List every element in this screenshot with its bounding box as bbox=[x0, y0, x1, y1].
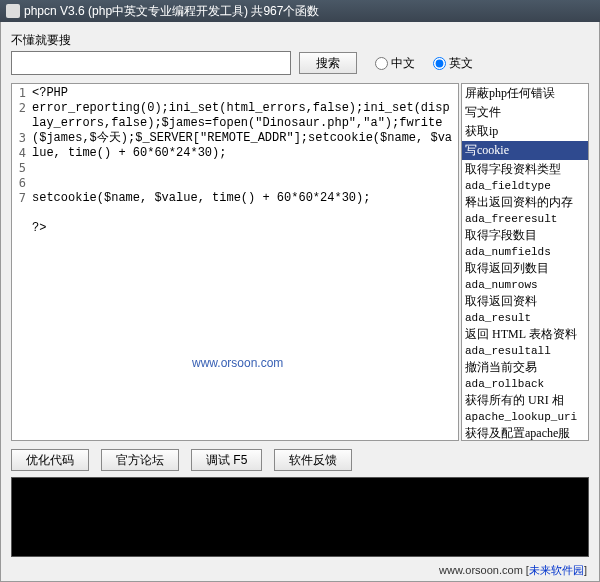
function-list-item[interactable]: ada_resultall bbox=[462, 344, 588, 358]
search-label: 不懂就要搜 bbox=[11, 32, 589, 49]
main-content: 不懂就要搜 搜索 中文 英文 12 34567 <?PHP error_repo… bbox=[0, 22, 600, 582]
function-list-item[interactable]: ada_numrows bbox=[462, 278, 588, 292]
code-watermark: www.orsoon.com bbox=[192, 356, 283, 370]
feedback-button[interactable]: 软件反馈 bbox=[274, 449, 352, 471]
radio-en-label: 英文 bbox=[449, 55, 473, 72]
code-editor[interactable]: <?PHP error_reporting(0);ini_set(html_er… bbox=[30, 84, 458, 440]
search-input[interactable] bbox=[11, 51, 291, 75]
function-list-item[interactable]: 写cookie bbox=[462, 141, 588, 160]
line-number: 4 bbox=[12, 146, 26, 161]
function-list-item[interactable]: 取得字段数目 bbox=[462, 226, 588, 245]
function-list-item[interactable]: ada_numfields bbox=[462, 245, 588, 259]
search-button[interactable]: 搜索 bbox=[299, 52, 357, 74]
function-list-item[interactable]: 获得及配置apache服 bbox=[462, 424, 588, 441]
function-list-item[interactable]: 写文件 bbox=[462, 103, 588, 122]
function-list-item[interactable]: 释出返回资料的内存 bbox=[462, 193, 588, 212]
function-list[interactable]: 屏蔽php任何错误写文件获取ip写cookie取得字段资料类型ada_field… bbox=[461, 83, 589, 441]
radio-en-input[interactable] bbox=[433, 57, 446, 70]
optimize-button[interactable]: 优化代码 bbox=[11, 449, 89, 471]
line-number: 3 bbox=[12, 131, 26, 146]
main-area: 12 34567 <?PHP error_reporting(0);ini_se… bbox=[11, 83, 589, 441]
console-output[interactable] bbox=[11, 477, 589, 557]
code-panel: 12 34567 <?PHP error_reporting(0);ini_se… bbox=[11, 83, 459, 441]
radio-en[interactable]: 英文 bbox=[433, 55, 473, 72]
forum-button[interactable]: 官方论坛 bbox=[101, 449, 179, 471]
debug-button[interactable]: 调试 F5 bbox=[191, 449, 262, 471]
line-number: 1 bbox=[12, 86, 26, 101]
function-list-item[interactable]: 取得返回资料 bbox=[462, 292, 588, 311]
app-icon bbox=[6, 4, 20, 18]
line-gutter: 12 34567 bbox=[12, 84, 30, 440]
function-list-item[interactable]: apache_lookup_uri bbox=[462, 410, 588, 424]
footer-watermark: www.orsoon.com [未来软件园] bbox=[439, 563, 587, 578]
language-radio-group: 中文 英文 bbox=[375, 55, 473, 72]
line-number: 7 bbox=[12, 191, 26, 206]
line-number: 2 bbox=[12, 101, 26, 116]
line-number: 6 bbox=[12, 176, 26, 191]
radio-cn-label: 中文 bbox=[391, 55, 415, 72]
radio-cn-input[interactable] bbox=[375, 57, 388, 70]
window-title: phpcn V3.6 (php中英文专业编程开发工具) 共967个函数 bbox=[24, 0, 594, 22]
titlebar: phpcn V3.6 (php中英文专业编程开发工具) 共967个函数 bbox=[0, 0, 600, 22]
function-list-item[interactable]: 取得字段资料类型 bbox=[462, 160, 588, 179]
function-list-item[interactable]: 获得所有的 URI 相 bbox=[462, 391, 588, 410]
function-list-item[interactable]: ada_fieldtype bbox=[462, 179, 588, 193]
function-list-item[interactable]: 取得返回列数目 bbox=[462, 259, 588, 278]
function-list-item[interactable]: 屏蔽php任何错误 bbox=[462, 84, 588, 103]
search-area: 不懂就要搜 搜索 中文 英文 bbox=[11, 32, 589, 75]
line-number bbox=[12, 116, 26, 131]
function-list-item[interactable]: 返回 HTML 表格资料 bbox=[462, 325, 588, 344]
function-list-item[interactable]: 获取ip bbox=[462, 122, 588, 141]
function-list-item[interactable]: ada_result bbox=[462, 311, 588, 325]
radio-cn[interactable]: 中文 bbox=[375, 55, 415, 72]
search-row: 搜索 中文 英文 bbox=[11, 51, 589, 75]
function-list-item[interactable]: ada_freeresult bbox=[462, 212, 588, 226]
line-number: 5 bbox=[12, 161, 26, 176]
function-list-item[interactable]: 撤消当前交易 bbox=[462, 358, 588, 377]
button-row: 优化代码 官方论坛 调试 F5 软件反馈 bbox=[11, 449, 589, 471]
function-list-item[interactable]: ada_rollback bbox=[462, 377, 588, 391]
